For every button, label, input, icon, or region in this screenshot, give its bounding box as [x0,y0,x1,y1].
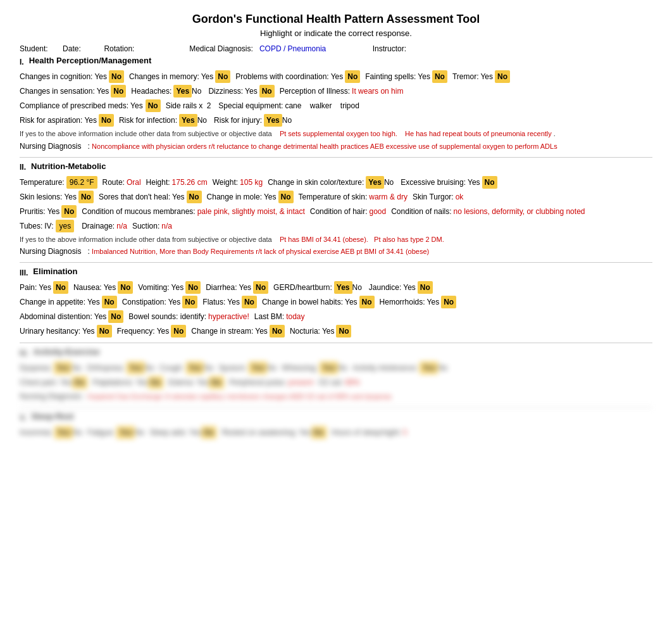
last-bm-field: Last BM: today [254,311,305,322]
nails-field: Condition of nails: no lesions, deformit… [391,206,585,217]
section-2-roman: II. [20,163,26,172]
aspiration-field: Risk for aspiration: Yes No [20,114,114,127]
section2-note: If yes to the above information include … [20,234,652,245]
hair-field: Condition of hair: good [310,206,386,217]
divider-3 [20,343,652,343]
temperature-field: Temperature: 96.2 °F [20,176,97,189]
skin-temp-field: Temperature of skin: warm & dry [299,191,408,203]
sensation-field: Changes in sensation: Yes No [20,85,126,98]
memory-field: Changes in memory: Yes No [129,70,230,83]
section-4-header-blurred: IV. Activity-Exercise [20,347,652,359]
tremor-field: Tremor: Yes No [452,70,510,83]
divider-4-blurred [20,407,652,408]
section-3: III. Elimination Pain: Yes No Nausea: Ye… [20,267,652,337]
sores-field: Sores that don't heal: Yes No [99,191,202,203]
section-4-blurred: IV. Activity-Exercise Dyspnea: Yes No Or… [20,347,652,402]
divider-1 [20,157,652,158]
section-1-roman: I. [20,58,24,66]
headaches-field: Headaches: Yes No [131,85,203,98]
skin-lesions-field: Skin lesions: Yes No [20,191,94,203]
section2-row2: Skin lesions: Yes No Sores that don't he… [20,191,652,203]
section-2: II. Nutrition-Metabolic Temperature: 96.… [20,161,652,258]
section-1: I. Health Perception/Management Changes … [20,56,652,152]
abd-distention-field: Abdominal distention: Yes No [20,310,123,323]
urinary-hesitancy-field: Urinary hesitancy: Yes No [20,325,112,337]
bowel-habits-field: Change in bowel habits: Yes No [262,296,375,308]
stream-field: Change in stream: Yes No [191,325,285,337]
divider-2 [20,262,652,263]
section3-row4: Urinary hesitancy: Yes No Frequency: Yes… [20,325,652,337]
section-1-header: I. Health Perception/Management [20,56,652,68]
section1-nursing-dx: Nursing Diagnosis : Noncompliance with p… [20,141,652,152]
fainting-field: Fainting spells: Yes No [365,70,447,83]
blurred-sections: IV. Activity-Exercise Dyspnea: Yes No Or… [20,347,652,439]
diarrhea-field: Diarrhea: Yes No [206,281,268,294]
flatus-field: Flatus: Yes No [202,296,257,308]
student-label: Student: Date: Rotation: Medical Diagnos… [20,44,406,53]
bruising-field: Excessive bruising: Yes No [401,176,497,189]
vomiting-field: Vomiting: Yes No [138,281,201,294]
section2-row3: Pruritis: Yes No Condition of mucous mem… [20,205,652,218]
header-row: Student: Date: Rotation: Medical Diagnos… [20,44,652,53]
section-1-title: Health Perception/Management [29,56,152,65]
constipation-field: Constipation: Yes No [122,296,198,308]
dizziness-field: Dizziness: Yes No [208,85,274,98]
section3-row3: Abdominal distention: Yes No Bowel sound… [20,310,652,323]
mucous-field: Condition of mucous membranes: pale pink… [82,206,305,217]
perception-field: Perception of Illness: It wears on him [280,85,404,97]
section1-row2: Changes in sensation: Yes No Headaches: … [20,85,652,98]
special-equip-field: Special equipment: cane walker tripod [218,100,359,111]
section-3-header: III. Elimination [20,267,652,279]
drainage-field: Drainage: n/a [82,220,127,232]
section1-note: If yes to the above information include … [20,129,652,139]
section2-row4: Tubes: IV: yes Drainage: n/a Suction: n/… [20,220,652,232]
section-5-header-blurred: V. Sleep-Rest [20,412,652,424]
pruritis-field: Pruritis: Yes No [20,205,77,218]
skin-color-field: Change in skin color/texture: Yes No [268,176,395,189]
cognition-field: Changes in cognition: Yes No [20,70,124,83]
section-2-title: Nutrition-Metabolic [31,161,106,171]
infection-field: Risk for infection: Yes No [119,114,209,127]
coordination-field: Problems with coordination: Yes No [235,70,360,83]
injury-field: Risk for injury: Yes No [214,114,294,127]
section1-row3: Compliance of prescribed meds: Yes No Si… [20,99,652,112]
section-3-roman: III. [20,268,28,277]
nausea-field: Nausea: Yes No [73,281,133,294]
page-title: Gordon's Functional Health Pattern Asses… [20,13,652,26]
section3-row1: Pain: Yes No Nausea: Yes No Vomiting: Ye… [20,281,652,294]
section-3-title: Elimination [33,267,77,276]
suction-field: Suction: n/a [132,220,172,232]
section-5-blurred: V. Sleep-Rest Insomnia: Yes No Fatigue: … [20,412,652,439]
jaundice-field: Jaundice: Yes No [369,281,433,294]
section-2-header: II. Nutrition-Metabolic [20,161,652,173]
gerd-field: GERD/heartburn: Yes No [273,281,364,294]
route-field: Route: Oral [103,177,141,188]
section2-nursing-dx: Nursing Diagnosis : Imbalanced Nutrition… [20,246,652,257]
height-field: Height: 175.26 cm [146,177,208,188]
tubes-field: Tubes: IV: yes [20,220,77,232]
nocturia-field: Nocturia: Yes No [290,325,352,337]
section2-row1: Temperature: 96.2 °F Route: Oral Height:… [20,176,652,189]
weight-field: Weight: 105 kg [213,177,263,188]
compliance-field: Compliance of prescribed meds: Yes No [20,99,161,112]
section1-row4: Risk for aspiration: Yes No Risk for inf… [20,114,652,127]
skin-turgor-field: Skin Turgor: ok [413,191,463,203]
page-subtitle: Highlight or indicate the correct respon… [20,28,652,38]
siderails-field: Side rails x 2 [166,100,214,111]
section3-row2: Change in appetite: Yes No Constipation:… [20,296,652,308]
pain-field: Pain: Yes No [20,281,68,294]
frequency-field: Frequency: Yes No [117,325,187,337]
mole-field: Change in mole: Yes No [207,191,294,203]
page-container: Gordon's Functional Health Pattern Asses… [20,13,652,439]
appetite-field: Change in appetite: Yes No [20,296,117,308]
section1-row1: Changes in cognition: Yes No Changes in … [20,70,652,83]
hemorrhoids-field: Hemorrhoids: Yes No [380,296,457,308]
bowel-sounds-field: Bowel sounds: identify: hyperactive! [128,311,249,322]
